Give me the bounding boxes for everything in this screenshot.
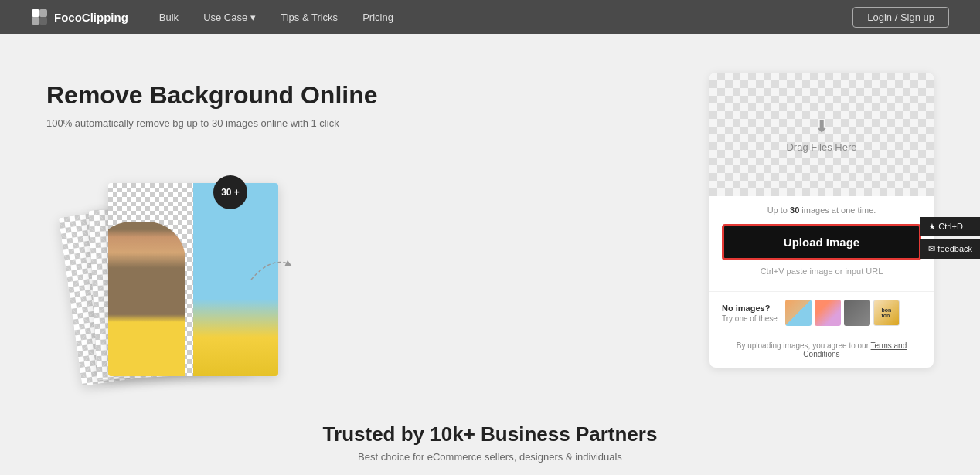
- nav-links: Bulk Use Case ▾ Tips & Tricks Pricing: [159, 12, 852, 23]
- hero-title: Remove Background Online: [46, 80, 663, 110]
- sample-thumb-2[interactable]: [815, 300, 841, 326]
- checker-background: ⬇ Drag Files Here: [709, 73, 934, 196]
- arrow-icon: [247, 253, 294, 287]
- left-section: Remove Background Online 100% automatica…: [46, 73, 663, 376]
- terms-text: By uploading images, you agree to our Te…: [709, 335, 934, 368]
- nav-tips[interactable]: Tips & Tricks: [281, 12, 338, 23]
- login-button[interactable]: Login / Sign up: [852, 7, 949, 28]
- svg-rect-0: [32, 9, 39, 17]
- chevron-down-icon: ▾: [250, 12, 256, 23]
- limit-text: Up to 30 images at one time.: [722, 205, 921, 215]
- bottom-section: Trusted by 10k+ Business Partners Best c…: [0, 407, 980, 475]
- sample-thumb-1[interactable]: [785, 300, 812, 326]
- right-section: ⬇ Drag Files Here Up to 30 images at one…: [709, 73, 934, 368]
- feedback-button[interactable]: ✉ feedback: [920, 239, 980, 259]
- svg-rect-2: [32, 17, 39, 25]
- nav-use-case[interactable]: Use Case ▾: [203, 12, 256, 23]
- sample-thumb-3[interactable]: [844, 300, 870, 326]
- upload-image-button[interactable]: Upload Image: [722, 224, 921, 260]
- svg-rect-3: [39, 17, 47, 25]
- no-images-label: No images? Try one of these: [722, 303, 778, 322]
- sample-thumb-4[interactable]: bonton: [873, 300, 900, 326]
- nav-bulk[interactable]: Bulk: [159, 12, 179, 23]
- trusted-subtitle: Best choice for eCommerce sellers, desig…: [46, 451, 934, 463]
- shortcut-button[interactable]: ★ Ctrl+D: [920, 217, 980, 236]
- logo-icon: [31, 8, 48, 25]
- nav-pricing[interactable]: Pricing: [362, 12, 393, 23]
- floating-buttons: ★ Ctrl+D ✉ feedback: [920, 217, 980, 259]
- logo[interactable]: FocoClipping: [31, 8, 128, 25]
- download-icon: ⬇: [815, 117, 829, 137]
- hero-subtitle: 100% automatically remove bg up to 30 im…: [46, 117, 663, 129]
- image-stack: 30 +: [46, 160, 340, 376]
- navbar: FocoClipping Bulk Use Case ▾ Tips & Tric…: [0, 0, 980, 34]
- paste-hint: Ctrl+V paste image or input URL: [722, 266, 921, 276]
- drop-zone[interactable]: ⬇ Drag Files Here: [709, 73, 934, 196]
- upload-card: ⬇ Drag Files Here Up to 30 images at one…: [709, 73, 934, 368]
- sample-thumbs: bonton: [785, 300, 900, 326]
- drag-text: Drag Files Here: [786, 141, 856, 153]
- logo-text: FocoClipping: [54, 11, 128, 24]
- svg-rect-1: [39, 9, 47, 17]
- upload-card-body: Up to 30 images at one time. Upload Imag…: [709, 196, 934, 288]
- main-content: Remove Background Online 100% automatica…: [0, 34, 980, 407]
- try-section: No images? Try one of these bonton: [709, 291, 934, 335]
- trusted-title: Trusted by 10k+ Business Partners: [46, 422, 934, 446]
